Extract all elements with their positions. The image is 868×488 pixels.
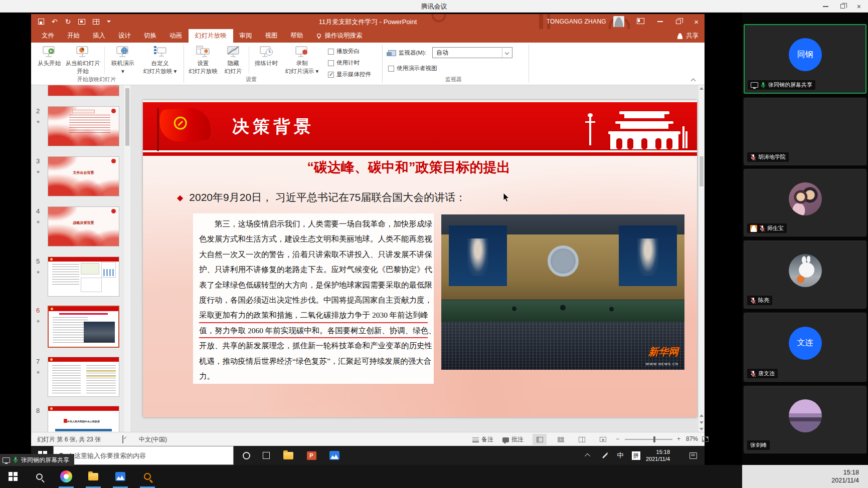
tab-slideshow[interactable]: 幻灯片放映 xyxy=(189,29,233,43)
normal-view-button[interactable] xyxy=(533,434,547,445)
participant-tile[interactable]: 文连 唐文连 xyxy=(744,313,866,382)
fit-slide-icon[interactable] xyxy=(702,436,709,442)
zoom-level[interactable]: 87% xyxy=(686,435,698,442)
shared-clock[interactable]: 15:182021/11/4 xyxy=(640,446,675,465)
browser-icon[interactable] xyxy=(60,470,72,482)
checkbox-play-narrations[interactable]: 播放旁白 xyxy=(328,48,360,55)
current-slide[interactable]: 决策背景 “碳达峰、碳中和”政策目标的提出 ◆ xyxy=(143,100,697,417)
hidden-icons-chevron[interactable] xyxy=(583,446,593,465)
ppt-restore-icon[interactable] xyxy=(676,20,681,24)
meeting-app-icon[interactable] xyxy=(114,470,126,482)
slide-sorter-view-button[interactable] xyxy=(554,434,568,445)
thumbnail-slide-2[interactable] xyxy=(48,106,119,146)
minimize-icon[interactable] xyxy=(823,6,828,7)
watermark-url: WWW.NEWS.CN xyxy=(646,362,678,366)
from-current-slide-button[interactable]: 从当前幻灯片 开始 xyxy=(63,45,102,79)
thumbnail-slide-8[interactable]: 中华人民共和国中央人民政府 xyxy=(48,406,119,432)
file-explorer-icon[interactable] xyxy=(87,470,99,482)
tab-design[interactable]: 设计 xyxy=(112,29,137,43)
file-explorer-icon[interactable] xyxy=(283,450,294,461)
task-view-icon[interactable] xyxy=(261,450,272,461)
tab-insert[interactable]: 插入 xyxy=(86,29,112,43)
checkbox-presenter-view[interactable]: 使用演示者视图 xyxy=(388,65,437,72)
checkbox-icon xyxy=(328,49,334,55)
account-avatar[interactable] xyxy=(613,16,624,27)
checkbox-use-timings[interactable]: 使用计时 xyxy=(328,59,360,67)
accessibility-icon[interactable] xyxy=(122,435,123,443)
custom-slideshow-button[interactable]: 自定义 幻灯片放映 ▾ xyxy=(139,45,181,79)
rehearse-timings-button[interactable]: 排练计时 xyxy=(252,45,281,79)
cortana-icon[interactable] xyxy=(241,450,252,461)
participant-tile[interactable]: 师生宝 xyxy=(744,169,866,236)
monitor-dropdown[interactable]: 自动 xyxy=(432,47,512,58)
hide-slide-button[interactable]: 隐藏 幻灯片 xyxy=(220,45,247,79)
shared-search-box[interactable] xyxy=(53,446,234,465)
close-icon[interactable]: × xyxy=(857,3,861,10)
meeting-app-icon[interactable] xyxy=(329,450,340,461)
record-slideshow-button[interactable]: 录制 幻灯片演示 ▾ xyxy=(282,45,322,79)
thumbnail-slide-4[interactable]: 战略决策背景 xyxy=(48,206,119,247)
shared-desktop-taskbar: P 中 拼 15:182021/11/4 xyxy=(31,446,705,465)
ime-pinyin-icon[interactable]: 拼 xyxy=(630,446,641,465)
shared-search-input[interactable] xyxy=(68,452,218,459)
ime-mode-indicator[interactable]: 中 xyxy=(615,446,625,465)
thumbnail-slide-5[interactable] xyxy=(48,257,119,297)
tab-review[interactable]: 审阅 xyxy=(233,29,259,43)
search-app-icon[interactable] xyxy=(141,470,153,482)
zoom-slider-thumb[interactable] xyxy=(653,436,655,442)
share-button[interactable]: 共享 xyxy=(677,29,699,43)
tell-me-search[interactable]: 操作说明搜索 xyxy=(310,29,369,43)
previous-slide-icon[interactable] xyxy=(700,414,704,417)
thumbnail-slide-3[interactable]: 文件出台背景 xyxy=(48,156,119,196)
scroll-up-icon[interactable] xyxy=(700,87,704,90)
mic-on-icon xyxy=(13,456,19,463)
present-online-icon xyxy=(115,45,130,59)
participant-tile[interactable]: 胡涛地学院 xyxy=(744,98,866,165)
tab-view[interactable]: 视图 xyxy=(259,29,284,43)
from-beginning-button[interactable]: 从头开始 xyxy=(35,45,63,79)
next-slide-icon[interactable] xyxy=(700,421,704,424)
action-center-icon[interactable] xyxy=(687,446,699,465)
tab-help[interactable]: 帮助 xyxy=(284,29,310,43)
powerpoint-taskbar-icon[interactable]: P xyxy=(306,450,317,461)
ppt-minimize-icon[interactable] xyxy=(657,21,663,22)
account-name[interactable]: TONGGANG ZHANG xyxy=(547,18,606,25)
slide-number: 8 xyxy=(36,407,40,414)
ppt-close-icon[interactable]: × xyxy=(694,18,699,26)
present-online-button[interactable]: 联机演示 ▾ xyxy=(107,45,138,79)
setup-slideshow-button[interactable]: 设置 幻灯片放映 xyxy=(188,45,219,79)
tab-home[interactable]: 开始 xyxy=(61,29,86,43)
notes-button[interactable]: 备注 xyxy=(472,435,493,444)
participant-tile[interactable]: 陈亮 xyxy=(744,240,866,309)
start-button[interactable] xyxy=(7,470,19,482)
collapse-ribbon-icon[interactable] xyxy=(691,78,696,82)
system-clock-area[interactable]: 15:18 2021/11/4 xyxy=(742,465,868,488)
slide-textbox[interactable]: 第三，这场疫情启示我们，人类需要一场自我革命，加快形成绿 色发展方式和生活方式，… xyxy=(193,213,434,384)
ribbon-display-options-icon[interactable] xyxy=(637,18,644,24)
zoom-slider[interactable] xyxy=(625,439,672,440)
tab-transitions[interactable]: 切换 xyxy=(137,29,163,43)
taskbar-search-icon[interactable] xyxy=(33,470,45,482)
reading-view-button[interactable] xyxy=(575,434,589,445)
zoom-in-button[interactable]: + xyxy=(677,435,680,442)
thumbnail-slide-7[interactable] xyxy=(48,357,119,397)
slide-scrollbar[interactable] xyxy=(699,85,705,432)
un-assembly-photo[interactable]: 新华网 WWW.NEWS.CN xyxy=(441,214,684,370)
scroll-down-icon[interactable] xyxy=(700,428,704,430)
participant-tile[interactable]: 张剑峰 xyxy=(744,386,866,453)
language-indicator[interactable]: 中文(中国) xyxy=(139,435,167,444)
thumbnail-slide-6-selected[interactable] xyxy=(48,306,119,348)
thumbnail-scrollbar[interactable] xyxy=(124,85,130,432)
zoom-out-button[interactable]: − xyxy=(616,435,619,442)
mini-header-bar xyxy=(48,357,119,362)
ink-workspace-icon[interactable] xyxy=(599,446,610,465)
tab-animations[interactable]: 动画 xyxy=(163,29,189,43)
participant-tile[interactable]: 同钢 张同钢的屏幕共享 xyxy=(744,24,866,94)
thumbnail-slide-1-partial[interactable] xyxy=(48,85,119,96)
comments-button[interactable]: 批注 xyxy=(502,435,524,444)
checkbox-show-media-controls[interactable]: 显示媒体控件 xyxy=(328,71,371,78)
slideshow-view-button[interactable] xyxy=(596,434,610,445)
tab-file[interactable]: 文件 xyxy=(35,29,61,43)
restore-icon[interactable] xyxy=(840,4,845,9)
avatar-photo xyxy=(789,182,822,215)
